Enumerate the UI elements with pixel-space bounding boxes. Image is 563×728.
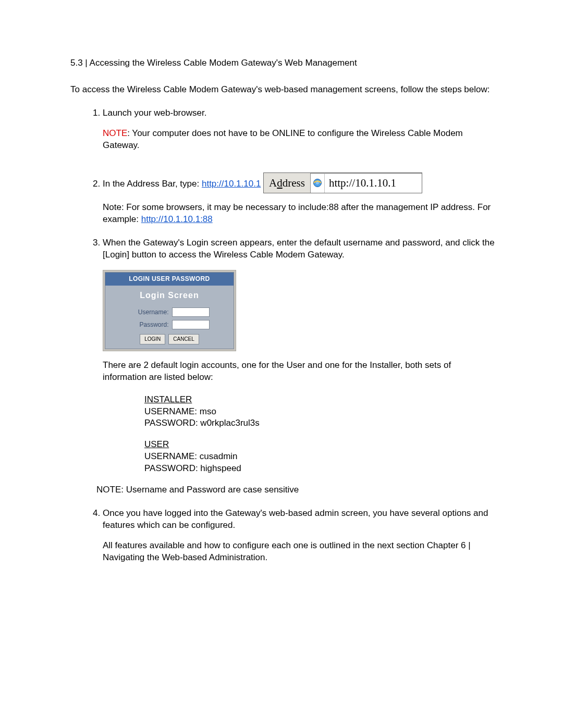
addr-label-underline: d [277, 176, 283, 190]
document-page: 5.3 | Accessing the Wireless Cable Modem… [0, 0, 563, 564]
step-2-url-link[interactable]: http://10.1.10.1 [202, 179, 261, 189]
installer-password: PASSWORD: w0rkplac3rul3s [144, 417, 495, 429]
step-3-text: When the Gateway's Login screen appears,… [103, 238, 495, 260]
case-sensitive-note: NOTE: Username and Password are case sen… [96, 484, 495, 496]
installer-heading: INSTALLER [144, 394, 495, 406]
step-1-text: Launch your web-browser. [103, 108, 206, 118]
credentials-block: INSTALLER USERNAME: mso PASSWORD: w0rkpl… [144, 394, 495, 475]
login-password-row: Password: [105, 318, 234, 331]
step-3: When the Gateway's Login screen appears,… [103, 237, 495, 497]
step-2-note-url-link[interactable]: http://10.1.10.1:88 [141, 214, 213, 224]
step-3-after-text: There are 2 default login accounts, one … [103, 360, 495, 384]
address-bar-url: http://10.1.10.1 [325, 173, 422, 193]
login-screen-mock: LOGIN USER PASSWORD Login Screen Usernam… [103, 270, 236, 351]
user-credentials: USER USERNAME: cusadmin PASSWORD: highsp… [144, 439, 495, 475]
cancel-button[interactable]: CANCEL [168, 334, 199, 344]
user-password: PASSWORD: highspeed [144, 463, 495, 475]
addr-label-pre: A [269, 176, 277, 190]
step-4: Once you have logged into the Gateway's … [103, 508, 495, 564]
address-bar-label: Address [264, 173, 311, 193]
svg-point-1 [316, 181, 319, 184]
ie-icon [311, 173, 325, 193]
login-button[interactable]: LOGIN [140, 334, 165, 344]
step-2: In the Address Bar, type: http://10.1.10… [103, 163, 495, 226]
username-label: Username: [130, 308, 169, 316]
step-2-note: Note: For some browsers, it may be neces… [103, 202, 495, 226]
login-username-row: Username: [105, 306, 234, 318]
step-4-text-2: All features available and how to config… [103, 540, 495, 564]
note-label: NOTE [103, 128, 127, 138]
user-heading: USER [144, 439, 495, 451]
section-heading: 5.3 | Accessing the Wireless Cable Modem… [70, 57, 495, 69]
password-input[interactable] [172, 320, 210, 329]
username-input[interactable] [172, 307, 210, 317]
intro-paragraph: To access the Wireless Cable Modem Gatew… [70, 84, 495, 96]
step-1: Launch your web-browser. NOTE: Your comp… [103, 107, 495, 152]
user-username: USERNAME: cusadmin [144, 451, 495, 463]
address-bar-mock: Address http://10.1.10.1 [263, 172, 422, 193]
step-2-lead: In the Address Bar, type: [103, 179, 202, 189]
login-bar-title: LOGIN USER PASSWORD [105, 273, 234, 285]
step-1-note: NOTE: Your computer does not have to be … [103, 128, 495, 152]
login-title: Login Screen [105, 286, 234, 306]
installer-credentials: INSTALLER USERNAME: mso PASSWORD: w0rkpl… [144, 394, 495, 430]
steps-list: Launch your web-browser. NOTE: Your comp… [70, 107, 495, 564]
installer-username: USERNAME: mso [144, 406, 495, 418]
password-label: Password: [130, 320, 169, 329]
step-4-text-1: Once you have logged into the Gateway's … [103, 508, 488, 530]
note-text: : Your computer does not have to be ONLI… [103, 128, 463, 150]
addr-label-post: dress [283, 176, 305, 190]
